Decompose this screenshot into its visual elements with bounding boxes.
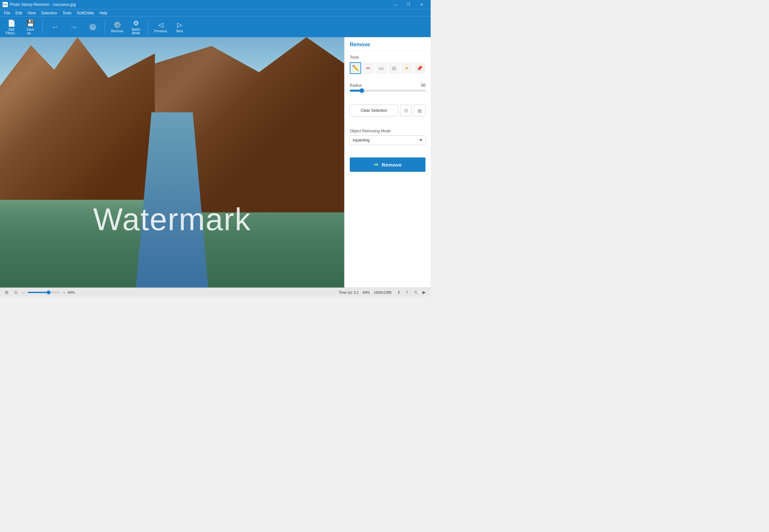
history-icon: 🕐 [89, 23, 97, 31]
social-icons: ℹ f 𝕏 ▶ [395, 289, 427, 296]
next-icon: ▷ [177, 21, 182, 29]
save-as-icon: 💾 [26, 19, 35, 27]
statusbar: ⊞ ⊙ — + 64% Time (s): 0.1 64% 1920x1280 … [0, 288, 431, 297]
remove-toolbar-icon: ⚙️ [113, 21, 121, 29]
menu-tools[interactable]: Tools [60, 10, 74, 16]
magic-wand-tool-button[interactable]: ✦ [401, 62, 412, 74]
select-mode-icon-1: ⊡ [404, 108, 408, 113]
twitter-icon[interactable]: 𝕏 [412, 289, 419, 296]
toolbar: 📄 AddFile(s)... 💾 Saveas... ↩ ↪ 🕐 ⚙️ Rem… [0, 16, 431, 37]
undo-button[interactable]: ↩ [46, 18, 64, 36]
tools-row: ✏ ▭ ⊙ ✦ 📌 [350, 62, 425, 74]
select-mode-icon-2: ▤ [418, 108, 421, 113]
rect-select-tool-button[interactable]: ▭ [376, 62, 387, 74]
remove-arrow-icon: ➡ [374, 161, 379, 168]
stamp-tool-button[interactable]: 📌 [414, 62, 425, 74]
titlebar-left: PS Photo Stamp Remover - caucasus.jpg [3, 2, 76, 7]
add-files-label: AddFile(s)... [6, 28, 17, 35]
toolbar-separator-2 [105, 20, 105, 34]
menu-file[interactable]: File [1, 10, 13, 16]
next-button[interactable]: ▷ Next [170, 18, 188, 36]
radius-slider-thumb[interactable] [360, 88, 364, 93]
youtube-icon[interactable]: ▶ [421, 289, 427, 296]
select-rect-status-icon[interactable]: ⊞ [3, 289, 10, 296]
menu-selection[interactable]: Selection [38, 10, 60, 16]
history-button[interactable]: 🕐 [84, 18, 101, 36]
next-label: Next [176, 29, 183, 33]
titlebar-controls: — ❐ ✕ [389, 0, 428, 9]
close-button[interactable]: ✕ [415, 0, 428, 9]
rect-select-tool-icon: ▭ [379, 65, 384, 71]
radius-label: Radius [350, 83, 362, 88]
clear-selection-section: Clear Selection ⊡ ▤ [345, 101, 431, 125]
redo-button[interactable]: ↪ [65, 18, 82, 36]
radius-row: Radius 50 [350, 83, 425, 88]
zoom-slider-thumb[interactable] [47, 290, 51, 294]
menu-softorbits[interactable]: SoftOrbits [74, 10, 96, 16]
pencil-tool-button[interactable] [350, 62, 361, 74]
batch-mode-label: BatchMode [132, 28, 140, 35]
object-removing-mode-select[interactable]: Inpainting Smart Fill Content-Aware [350, 135, 425, 145]
menu-help[interactable]: Help [97, 10, 110, 16]
zoom-slider[interactable] [28, 292, 60, 293]
eraser-tool-button[interactable]: ✏ [362, 62, 374, 74]
restore-button[interactable]: ❐ [402, 0, 415, 9]
minimize-button[interactable]: — [389, 0, 402, 9]
tools-section: Tools ✏ ▭ ⊙ ✦ 📌 [345, 51, 431, 79]
toolbar-separator-3 [148, 20, 148, 34]
add-files-icon: 📄 [7, 19, 16, 27]
magic-wand-tool-icon: ✦ [405, 65, 409, 71]
remove-toolbar-label: Remove [111, 29, 123, 33]
remove-action-button[interactable]: ➡ Remove [350, 157, 425, 172]
remove-button-section: ➡ Remove [345, 154, 431, 176]
zoom-slider-fill [28, 292, 47, 293]
zoom-plus-icon[interactable]: + [63, 290, 65, 294]
titlebar: PS Photo Stamp Remover - caucasus.jpg — … [0, 0, 431, 9]
previous-label: Previous [154, 29, 167, 33]
status-icon-2[interactable]: ⊙ [12, 289, 19, 296]
radius-slider[interactable] [350, 90, 425, 92]
select-mode-button-2[interactable]: ▤ [414, 105, 425, 116]
remove-button[interactable]: ⚙️ Remove [108, 18, 126, 36]
lasso-tool-icon: ⊙ [392, 65, 396, 71]
zoom-percent-label: 64% [67, 290, 75, 294]
object-removing-mode-label: Object Removing Mode [350, 129, 425, 133]
pencil-tool-icon [352, 65, 359, 72]
menu-view[interactable]: View [25, 10, 38, 16]
info-icon[interactable]: ℹ [395, 289, 402, 296]
radius-section: Radius 50 [345, 79, 431, 101]
menu-edit[interactable]: Edit [13, 10, 25, 16]
batch-mode-button[interactable]: ⚙ BatchMode [127, 18, 145, 36]
main-area: Watermark Remove Tools ✏ ▭ ⊙ [0, 37, 431, 288]
clear-selection-button[interactable]: Clear Selection [350, 105, 398, 116]
previous-icon: ◁ [158, 21, 163, 29]
clear-btn-row: Clear Selection ⊡ ▤ [350, 105, 425, 116]
zoom-minus-icon[interactable]: — [22, 290, 25, 294]
app-icon: PS [3, 2, 8, 7]
stamp-tool-icon: 📌 [416, 65, 423, 71]
toolbar-separator-1 [42, 20, 43, 34]
lasso-tool-button[interactable]: ⊙ [388, 62, 400, 74]
select-mode-button-1[interactable]: ⊡ [400, 105, 412, 116]
previous-button[interactable]: ◁ Previous [152, 18, 169, 36]
canvas-area[interactable]: Watermark [0, 37, 344, 288]
statusbar-right: Time (s): 0.1 64% 1920x1280 ℹ f 𝕏 ▶ [339, 289, 427, 296]
canvas-image: Watermark [0, 37, 344, 288]
radius-value: 50 [421, 83, 425, 88]
resolution-label: 1920x1280 [374, 290, 392, 294]
facebook-icon[interactable]: f [404, 289, 410, 296]
remove-action-label: Remove [382, 162, 402, 168]
time-label: Time (s): 0.1 [339, 290, 359, 294]
menubar: File Edit View Selection Tools SoftOrbit… [0, 9, 431, 16]
app-title: Photo Stamp Remover - caucasus.jpg [10, 2, 76, 7]
undo-icon: ↩ [52, 23, 58, 31]
batch-mode-icon: ⚙ [133, 19, 139, 27]
tools-section-label: Tools [350, 55, 425, 60]
save-as-label: Saveas... [27, 28, 34, 35]
right-panel: Remove Tools ✏ ▭ ⊙ ✦ [344, 37, 431, 288]
add-files-button[interactable]: 📄 AddFile(s)... [3, 18, 20, 36]
save-as-button[interactable]: 💾 Saveas... [22, 18, 39, 36]
object-removing-mode-section: Object Removing Mode Inpainting Smart Fi… [345, 125, 431, 154]
statusbar-left: ⊞ ⊙ — + 64% [3, 289, 75, 296]
zoom-slider-container [28, 292, 60, 293]
